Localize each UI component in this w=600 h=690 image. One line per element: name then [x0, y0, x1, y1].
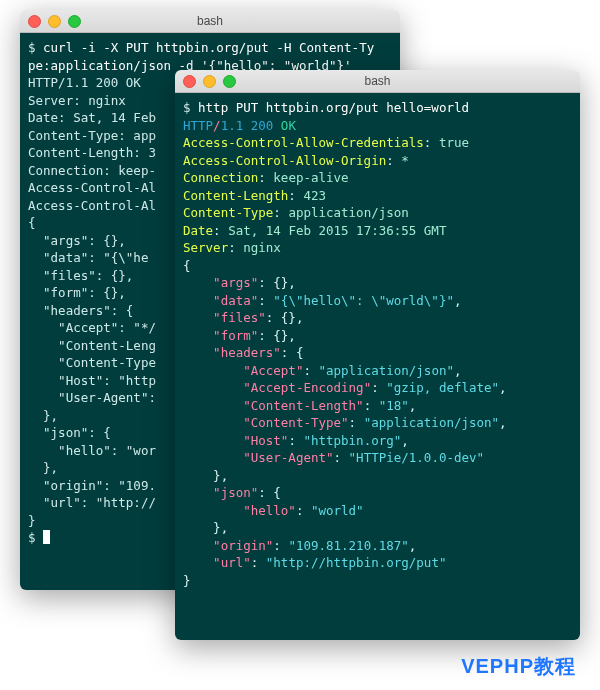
- minimize-icon[interactable]: [203, 75, 216, 88]
- close-icon[interactable]: [28, 15, 41, 28]
- terminal-line: HTTP/1.1 200 OK: [183, 117, 572, 135]
- terminal-line: Server: nginx: [183, 239, 572, 257]
- terminal-line: "headers": {: [183, 344, 572, 362]
- close-icon[interactable]: [183, 75, 196, 88]
- traffic-lights: [175, 75, 236, 88]
- terminal-line: Content-Length: 423: [183, 187, 572, 205]
- terminal-line: "url": "http://httpbin.org/put": [183, 554, 572, 572]
- terminal-line: {: [183, 257, 572, 275]
- terminal-line: Date: Sat, 14 Feb 2015 17:36:55 GMT: [183, 222, 572, 240]
- minimize-icon[interactable]: [48, 15, 61, 28]
- terminal-line: Content-Type: application/json: [183, 204, 572, 222]
- terminal-line: Access-Control-Allow-Credentials: true: [183, 134, 572, 152]
- maximize-icon[interactable]: [68, 15, 81, 28]
- terminal-line: "origin": "109.81.210.187",: [183, 537, 572, 555]
- terminal-line: "form": {},: [183, 327, 572, 345]
- terminal-line: "Accept": "application/json",: [183, 362, 572, 380]
- terminal-line: "args": {},: [183, 274, 572, 292]
- terminal-line: Connection: keep-alive: [183, 169, 572, 187]
- terminal-line: "Content-Length": "18",: [183, 397, 572, 415]
- maximize-icon[interactable]: [223, 75, 236, 88]
- terminal-line: }: [183, 572, 572, 590]
- titlebar[interactable]: bash: [175, 70, 580, 93]
- terminal-line: $ http PUT httpbin.org/put hello=world: [183, 99, 572, 117]
- terminal-line: },: [183, 519, 572, 537]
- terminal-line: "data": "{\"hello\": \"world\"}",: [183, 292, 572, 310]
- traffic-lights: [20, 15, 81, 28]
- branding-text: VEPHP教程: [461, 653, 576, 680]
- terminal-line: "User-Agent": "HTTPie/1.0.0-dev": [183, 449, 572, 467]
- terminal-line: Access-Control-Allow-Origin: *: [183, 152, 572, 170]
- terminal-line: "json": {: [183, 484, 572, 502]
- terminal-window-httpie[interactable]: bash $ http PUT httpbin.org/put hello=wo…: [175, 70, 580, 640]
- terminal-line: "Accept-Encoding": "gzip, deflate",: [183, 379, 572, 397]
- terminal-line: "hello": "world": [183, 502, 572, 520]
- terminal-line: "files": {},: [183, 309, 572, 327]
- terminal-line: "Host": "httpbin.org",: [183, 432, 572, 450]
- terminal-line: },: [183, 467, 572, 485]
- terminal-line: $ curl -i -X PUT httpbin.org/put -H Cont…: [28, 39, 392, 57]
- terminal-line: "Content-Type": "application/json",: [183, 414, 572, 432]
- cursor: [43, 530, 50, 544]
- terminal-body-httpie[interactable]: $ http PUT httpbin.org/put hello=worldHT…: [175, 93, 580, 640]
- titlebar[interactable]: bash: [20, 10, 400, 33]
